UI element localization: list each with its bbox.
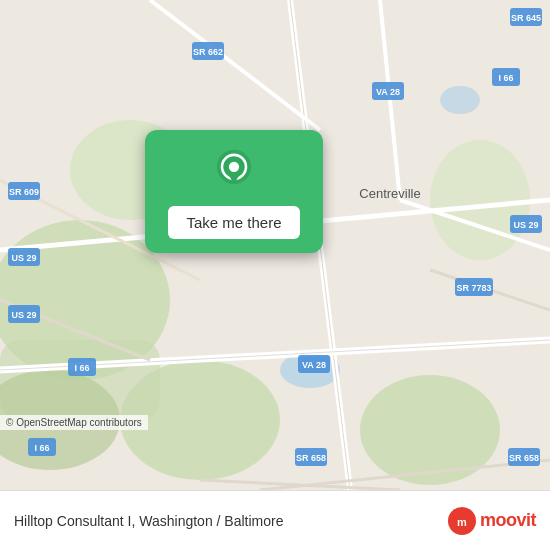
svg-text:SR 658: SR 658 xyxy=(296,453,326,463)
copyright-bar: © OpenStreetMap contributors xyxy=(0,415,148,430)
svg-text:SR 609: SR 609 xyxy=(9,187,39,197)
svg-text:I 66: I 66 xyxy=(34,443,49,453)
svg-text:I 66: I 66 xyxy=(498,73,513,83)
location-label: Hilltop Consultant I, Washington / Balti… xyxy=(14,513,284,529)
moovit-logo: m moovit xyxy=(448,507,536,535)
svg-text:US 29: US 29 xyxy=(513,220,538,230)
svg-text:US 29: US 29 xyxy=(11,310,36,320)
svg-text:SR 7783: SR 7783 xyxy=(456,283,491,293)
svg-text:US 29: US 29 xyxy=(11,253,36,263)
svg-text:VA 28: VA 28 xyxy=(376,87,400,97)
svg-text:SR 658: SR 658 xyxy=(509,453,539,463)
svg-text:Centreville: Centreville xyxy=(359,186,420,201)
popup-card: Take me there xyxy=(145,130,323,253)
svg-point-9 xyxy=(440,86,480,114)
location-pin-icon xyxy=(210,148,258,196)
moovit-brand-icon: m xyxy=(448,507,476,535)
svg-text:m: m xyxy=(457,516,467,528)
map-container: SR 645 SR 662 VA 28 I 66 SR 609 Centrevi… xyxy=(0,0,550,490)
svg-point-53 xyxy=(229,162,239,172)
svg-text:VA 28: VA 28 xyxy=(302,360,326,370)
svg-text:SR 662: SR 662 xyxy=(193,47,223,57)
copyright-text: © OpenStreetMap contributors xyxy=(6,417,142,428)
svg-text:I 66: I 66 xyxy=(74,363,89,373)
sr645-label: SR 645 xyxy=(511,13,541,23)
svg-point-5 xyxy=(430,140,530,260)
bottom-bar: Hilltop Consultant I, Washington / Balti… xyxy=(0,490,550,550)
moovit-wordmark: moovit xyxy=(480,510,536,531)
take-me-there-button[interactable]: Take me there xyxy=(168,206,299,239)
